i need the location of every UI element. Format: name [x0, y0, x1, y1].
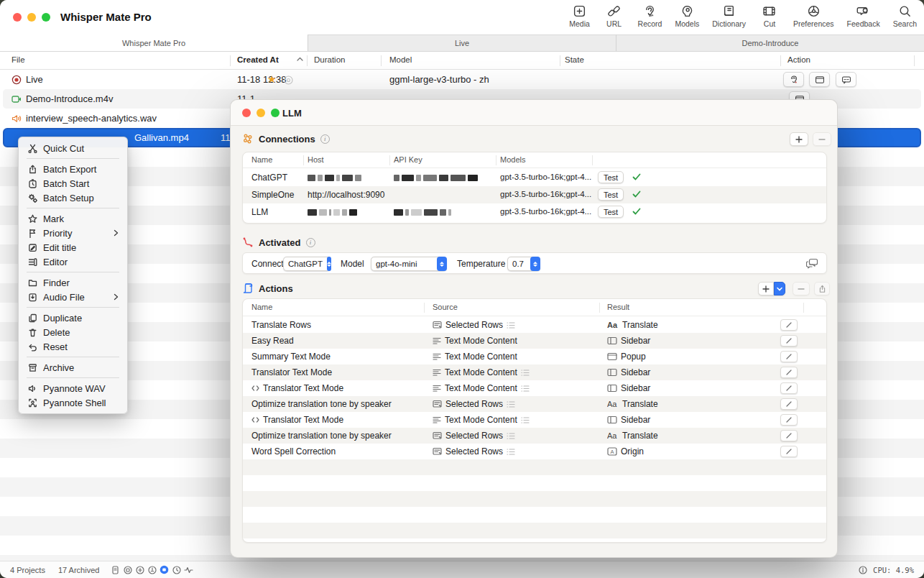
add-action-button[interactable] — [758, 282, 774, 295]
minimize-window-button[interactable] — [27, 13, 36, 22]
action-row[interactable]: Optimize translation tone by speaker Sel… — [243, 396, 826, 412]
menu-item-pyannote-wav[interactable]: Pyannote WAV — [22, 381, 124, 395]
menu-item-batch-setup[interactable]: Batch Setup — [22, 191, 124, 205]
test-connection-button[interactable]: Test — [598, 206, 624, 218]
toolbar-preferences-button[interactable]: Preferences — [792, 3, 836, 29]
action-row[interactable]: Translator Text Mode Text Mode Content S… — [243, 412, 826, 428]
column-header-file[interactable]: File — [11, 55, 25, 64]
column-header-state[interactable]: State — [565, 55, 584, 64]
add-action-menu-button[interactable] — [774, 282, 785, 295]
toolbar-feedback-button[interactable]: Feedback — [846, 3, 882, 29]
tab-whisper-mate-pro[interactable]: Whisper Mate Pro — [0, 35, 308, 51]
tab-demo-introduce[interactable]: Demo-Introduce — [616, 35, 924, 51]
connection-name: ChatGPT — [251, 173, 287, 183]
clock-circle-icon[interactable] — [170, 565, 183, 575]
toolbar-search-button[interactable]: Search — [892, 3, 918, 29]
remove-connection-button[interactable] — [813, 132, 831, 146]
action-row[interactable]: Translate Rows Selected Rows Aa Translat… — [243, 317, 826, 333]
activity-pulse-icon[interactable] — [183, 565, 195, 575]
toolbar-record-button[interactable]: Record — [637, 3, 664, 29]
menu-item-finder[interactable]: Finder — [22, 275, 124, 290]
star-icon[interactable]: ★ — [267, 73, 277, 85]
edit-action-button[interactable] — [780, 446, 798, 457]
column-header-action[interactable]: Action — [787, 55, 810, 64]
edit-action-button[interactable] — [780, 351, 798, 362]
video-icon — [11, 94, 22, 104]
test-connection-button[interactable]: Test — [598, 188, 624, 201]
menu-item-batch-start[interactable]: Batch Start — [22, 176, 124, 191]
action-row[interactable]: Word Spell Correction Selected Rows A Or… — [243, 444, 826, 459]
globe-circle-icon[interactable] — [134, 565, 146, 575]
zoom-window-button[interactable] — [42, 13, 50, 22]
scissors-icon — [27, 143, 38, 154]
stop-circle-icon[interactable] — [121, 565, 134, 575]
menu-item-editor[interactable]: Editor — [22, 254, 124, 269]
action-name: Word Spell Correction — [251, 446, 336, 457]
close-window-button[interactable] — [13, 13, 22, 22]
remove-action-button[interactable] — [793, 282, 810, 295]
share-action-button[interactable] — [814, 282, 830, 295]
menu-item-label: Reset — [43, 341, 68, 352]
connection-row-simpleone[interactable]: SimpleOne http://localhost:9090 gpt-3.5-… — [243, 186, 826, 203]
pages-icon[interactable] — [109, 565, 121, 575]
add-connection-button[interactable] — [790, 132, 808, 146]
power-circle-icon[interactable] — [146, 565, 158, 575]
table-row-live[interactable]: Live 11-18 12:38 ★ ggml-large-v3-turbo -… — [0, 70, 924, 89]
cpu-usage: CPU: 4.9% — [873, 566, 914, 574]
toolbar-media-button[interactable]: Media — [568, 3, 592, 29]
test-connection-button[interactable]: Test — [598, 171, 624, 183]
modal-minimize-button[interactable] — [257, 109, 265, 117]
menu-item-duplicate[interactable]: Duplicate — [22, 311, 124, 325]
submenu-chevron-icon — [114, 229, 119, 237]
chat-bubbles-icon[interactable] — [806, 258, 818, 269]
menu-item-reset[interactable]: Reset — [22, 339, 124, 354]
action-row[interactable]: Translator Text Mode Text Mode Content S… — [243, 364, 826, 380]
info-icon[interactable]: i — [306, 238, 315, 247]
subtitle-button[interactable] — [836, 72, 856, 87]
edit-action-button[interactable] — [780, 414, 798, 426]
column-header-model[interactable]: Model — [389, 55, 412, 64]
info-icon[interactable]: i — [320, 134, 330, 144]
connection-row-llm[interactable]: LLM gpt-3.5-turbo-16k;gpt-4... Test — [243, 203, 826, 221]
action-row[interactable]: Easy Read Text Mode Content Sidebar — [243, 333, 826, 349]
toolbar-url-button[interactable]: URL — [602, 3, 627, 29]
temperature-stepper[interactable]: 0.7 — [507, 257, 540, 271]
toolbar-cut-button[interactable]: Cut — [757, 3, 782, 29]
actions-col-name: Name — [251, 303, 272, 311]
listen-button[interactable] — [783, 72, 804, 87]
edit-action-button[interactable] — [780, 319, 798, 331]
action-row[interactable]: Optimize translation tone by speaker Sel… — [243, 428, 826, 444]
menu-item-audio-file[interactable]: Audio File — [22, 290, 124, 304]
edit-action-button[interactable] — [780, 430, 798, 441]
column-header-duration[interactable]: Duration — [314, 55, 345, 64]
edit-action-button[interactable] — [780, 367, 798, 378]
edit-action-button[interactable] — [780, 335, 798, 347]
menu-item-mark[interactable]: Mark — [22, 211, 124, 226]
menu-item-quick-cut[interactable]: Quick Cut — [22, 141, 124, 155]
action-row[interactable]: Translator Text Mode Text Mode Content S… — [243, 380, 826, 396]
modal-zoom-button[interactable] — [271, 109, 279, 117]
action-row[interactable]: Summary Text Mode Text Mode Content Popu… — [243, 349, 826, 364]
toolbar-dictionary-button[interactable]: Dictionary — [711, 3, 747, 29]
sort-ascending-icon[interactable] — [297, 57, 303, 62]
menu-item-delete[interactable]: Delete — [22, 325, 124, 339]
tab-live[interactable]: Live — [308, 35, 616, 51]
menu-item-edit-title[interactable]: Edit title — [22, 240, 124, 254]
toolbar-models-button[interactable]: Models — [673, 3, 701, 29]
edit-action-button[interactable] — [780, 382, 798, 394]
menu-item-archive[interactable]: Archive — [22, 360, 124, 375]
record-active-icon[interactable] — [158, 565, 170, 575]
menu-item-batch-export[interactable]: Batch Export — [22, 162, 124, 176]
edit-action-button[interactable] — [780, 398, 798, 410]
modal-close-button[interactable] — [242, 109, 251, 117]
menu-item-pyannote-shell[interactable]: Pyannote Shell — [22, 395, 124, 410]
model-select[interactable]: gpt-4o-mini — [371, 257, 447, 271]
column-header-created-at[interactable]: Created At — [237, 55, 279, 64]
cpu-info-icon — [856, 565, 869, 575]
connect-select[interactable]: ChatGPT — [283, 257, 331, 271]
menu-item-priority[interactable]: Priority — [22, 226, 124, 240]
connection-row-chatgpt[interactable]: ChatGPT gpt-3.5-turbo-16k;gpt-4... Test — [243, 169, 826, 186]
popup-window-button[interactable] — [809, 72, 830, 87]
toolbar-item-label: Media — [569, 19, 590, 28]
text-format-icon: Aa — [607, 321, 619, 329]
